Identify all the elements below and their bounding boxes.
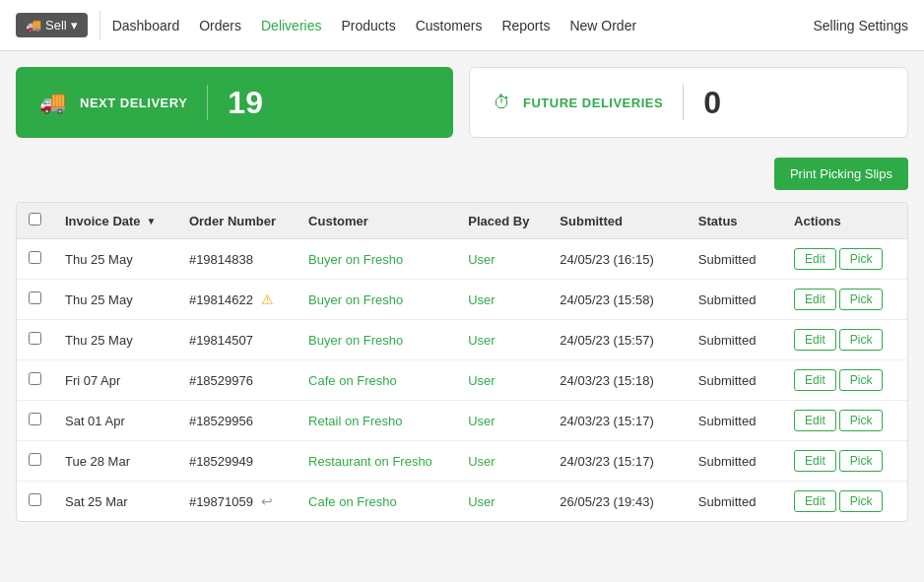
cell-actions: EditPick bbox=[782, 482, 907, 522]
sell-label: Sell bbox=[45, 18, 67, 32]
delivery-truck-icon: 🚚 bbox=[39, 90, 66, 115]
cell-submitted: 24/03/23 (15:17) bbox=[548, 441, 687, 482]
edit-button[interactable]: Edit bbox=[794, 450, 836, 472]
cell-invoice-date: Sat 25 Mar bbox=[53, 482, 177, 522]
nav-link-new-order[interactable]: New Order bbox=[569, 14, 636, 37]
cell-submitted: 24/03/23 (15:17) bbox=[548, 401, 687, 441]
cell-order-number: #18529956 bbox=[177, 401, 297, 441]
table-row: Thu 25 May#19814507Buyer on FreshoUser24… bbox=[17, 320, 907, 360]
customer-link[interactable]: Buyer on Fresho bbox=[308, 292, 403, 307]
th-customer: Customer bbox=[297, 203, 456, 239]
edit-button[interactable]: Edit bbox=[794, 329, 836, 351]
cell-customer[interactable]: Buyer on Fresho bbox=[297, 239, 456, 280]
nav-link-customers[interactable]: Customers bbox=[416, 14, 483, 37]
cell-placed-by: User bbox=[456, 401, 548, 441]
cell-status: Submitted bbox=[687, 360, 782, 401]
cell-submitted: 24/05/23 (16:15) bbox=[548, 239, 687, 280]
cell-order-number: #19814507 bbox=[177, 320, 297, 360]
sort-arrow-icon: ▼ bbox=[147, 216, 157, 226]
print-picking-slips-button[interactable]: Print Picking Slips bbox=[774, 158, 908, 190]
cell-customer[interactable]: Buyer on Fresho bbox=[297, 320, 456, 360]
row-checkbox[interactable] bbox=[29, 291, 41, 304]
row-checkbox[interactable] bbox=[29, 413, 41, 425]
cell-invoice-date: Thu 25 May bbox=[53, 320, 177, 360]
cell-actions: EditPick bbox=[782, 239, 907, 280]
selling-settings-link[interactable]: Selling Settings bbox=[813, 18, 908, 33]
edit-button[interactable]: Edit bbox=[794, 248, 836, 270]
future-deliveries-card: ⏱ FUTURE DELIVERIES 0 bbox=[469, 67, 908, 138]
placed-by-text: User bbox=[468, 373, 495, 388]
nav-link-reports[interactable]: Reports bbox=[501, 14, 550, 37]
cell-submitted: 24/05/23 (15:58) bbox=[548, 280, 687, 320]
customer-link[interactable]: Retail on Fresho bbox=[308, 414, 402, 428]
edit-button[interactable]: Edit bbox=[794, 410, 836, 431]
row-checkbox[interactable] bbox=[29, 332, 41, 345]
cell-customer[interactable]: Retail on Fresho bbox=[297, 401, 456, 441]
customer-link[interactable]: Buyer on Fresho bbox=[308, 252, 403, 267]
pick-button[interactable]: Pick bbox=[839, 329, 884, 351]
pick-button[interactable]: Pick bbox=[839, 248, 884, 270]
select-all-checkbox[interactable] bbox=[29, 213, 41, 226]
th-invoice-date[interactable]: Invoice Date ▼ bbox=[53, 203, 177, 239]
th-order-number: Order Number bbox=[177, 203, 297, 239]
orders-table: Invoice Date ▼ Order Number Customer Pla… bbox=[17, 203, 907, 521]
placed-by-text: User bbox=[468, 494, 495, 509]
cell-invoice-date: Sat 01 Apr bbox=[53, 401, 177, 441]
cell-customer[interactable]: Cafe on Fresho bbox=[297, 360, 456, 401]
future-deliveries-label: FUTURE DELIVERIES bbox=[523, 96, 663, 110]
stat-divider bbox=[207, 85, 208, 120]
edit-button[interactable]: Edit bbox=[794, 369, 836, 391]
row-checkbox[interactable] bbox=[29, 493, 41, 506]
table-header-row: Invoice Date ▼ Order Number Customer Pla… bbox=[17, 203, 907, 239]
edit-button[interactable]: Edit bbox=[794, 490, 836, 512]
customer-link[interactable]: Cafe on Fresho bbox=[308, 494, 397, 509]
clock-icon: ⏱ bbox=[494, 93, 511, 113]
cell-placed-by: User bbox=[456, 441, 548, 482]
customer-link[interactable]: Cafe on Fresho bbox=[308, 373, 397, 388]
cell-invoice-date: Fri 07 Apr bbox=[53, 360, 177, 401]
next-delivery-label: NEXT DELIVERY bbox=[80, 96, 187, 110]
customer-link[interactable]: Restaurant on Fresho bbox=[308, 454, 432, 469]
cell-placed-by: User bbox=[456, 360, 548, 401]
cell-submitted: 24/03/23 (15:18) bbox=[548, 360, 687, 401]
next-delivery-card: 🚚 NEXT DELIVERY 19 bbox=[16, 67, 453, 138]
nav-link-deliveries[interactable]: Deliveries bbox=[261, 14, 321, 37]
th-status: Status bbox=[687, 203, 782, 239]
nav-link-dashboard[interactable]: Dashboard bbox=[112, 14, 180, 37]
cell-status: Submitted bbox=[687, 482, 782, 522]
placed-by-text: User bbox=[468, 414, 495, 428]
order-number-text: #19814838 bbox=[189, 252, 253, 267]
cell-actions: EditPick bbox=[782, 401, 907, 441]
row-checkbox[interactable] bbox=[29, 372, 41, 385]
placed-by-text: User bbox=[468, 252, 495, 267]
cell-customer[interactable]: Restaurant on Fresho bbox=[297, 441, 456, 482]
cell-order-number: #19871059 ↩ bbox=[177, 482, 297, 522]
row-checkbox[interactable] bbox=[29, 251, 41, 264]
warning-icon: ⚠ bbox=[261, 291, 274, 307]
pick-button[interactable]: Pick bbox=[839, 369, 884, 391]
chevron-down-icon: ▾ bbox=[71, 18, 78, 32]
th-placed-by: Placed By bbox=[456, 203, 548, 239]
sell-button[interactable]: 🚚 Sell ▾ bbox=[16, 13, 88, 37]
nav-bar: 🚚 Sell ▾ Dashboard Orders Deliveries Pro… bbox=[0, 0, 924, 51]
nav-link-products[interactable]: Products bbox=[341, 14, 395, 37]
nav-link-orders[interactable]: Orders bbox=[199, 14, 241, 37]
cell-placed-by: User bbox=[456, 239, 548, 280]
next-delivery-value: 19 bbox=[228, 85, 263, 121]
row-checkbox[interactable] bbox=[29, 453, 41, 466]
pick-button[interactable]: Pick bbox=[839, 410, 884, 431]
pick-button[interactable]: Pick bbox=[839, 289, 884, 310]
placed-by-text: User bbox=[468, 292, 495, 307]
pick-button[interactable]: Pick bbox=[839, 450, 884, 472]
truck-icon: 🚚 bbox=[26, 18, 41, 32]
customer-link[interactable]: Buyer on Fresho bbox=[308, 333, 403, 348]
edit-button[interactable]: Edit bbox=[794, 289, 836, 310]
stat-divider-white bbox=[683, 85, 684, 120]
undo-icon: ↩ bbox=[261, 493, 273, 509]
cell-status: Submitted bbox=[687, 441, 782, 482]
pick-button[interactable]: Pick bbox=[839, 490, 884, 512]
cell-status: Submitted bbox=[687, 401, 782, 441]
cell-customer[interactable]: Cafe on Fresho bbox=[297, 482, 456, 522]
cell-customer[interactable]: Buyer on Fresho bbox=[297, 280, 456, 320]
main-content: 🚚 NEXT DELIVERY 19 ⏱ FUTURE DELIVERIES 0… bbox=[0, 51, 924, 538]
